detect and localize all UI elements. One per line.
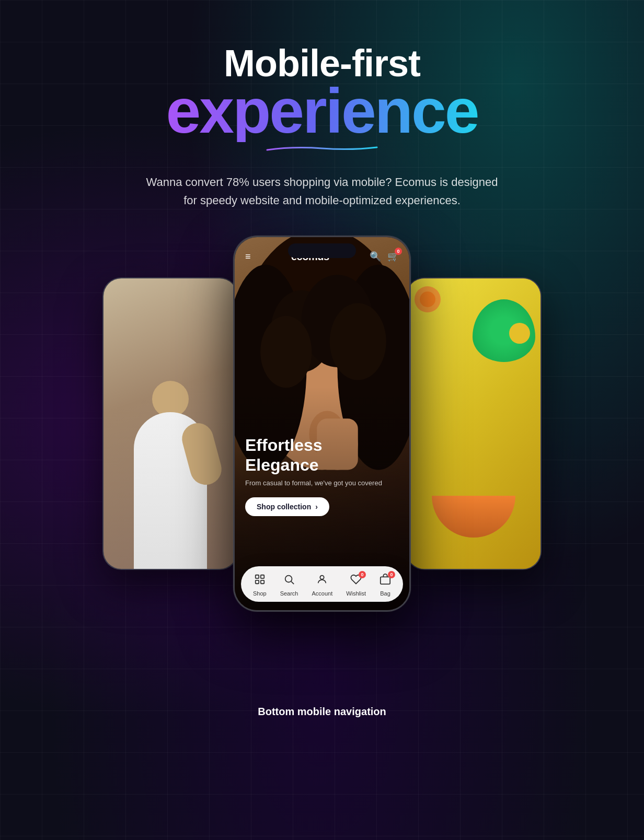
bag-icon: 0	[380, 574, 391, 588]
shop-icon	[254, 574, 266, 588]
svg-point-10	[330, 304, 386, 380]
cart-icon-container[interactable]: 🛒 0	[387, 251, 399, 262]
person-arm	[178, 420, 225, 488]
svg-rect-16	[256, 580, 259, 584]
phone-hero-title: Effortless Elegance	[245, 435, 399, 475]
phone-right	[406, 277, 542, 570]
phone-center: ≡ ecomus 🔍 🛒 0 Effortless Elegance From …	[233, 236, 411, 612]
phone-left-screen	[104, 278, 237, 569]
phone-left	[102, 277, 238, 570]
nav-item-account[interactable]: Account	[312, 574, 332, 597]
svg-point-9	[260, 316, 312, 388]
food-decoration-2	[507, 320, 533, 346]
phone-screen: ≡ ecomus 🔍 🛒 0 Effortless Elegance From …	[235, 237, 409, 610]
hero-title-line2: experience	[166, 79, 478, 142]
svg-rect-21	[381, 577, 390, 585]
nav-item-wishlist[interactable]: 0 Wishlist	[346, 574, 366, 597]
search-icon[interactable]: 🔍	[370, 251, 381, 262]
nav-account-label: Account	[312, 590, 332, 597]
wishlist-icon: 0	[350, 574, 362, 588]
person-shape	[134, 381, 207, 569]
nav-wishlist-label: Wishlist	[346, 590, 366, 597]
search-nav-icon	[283, 574, 295, 588]
cart-count-badge: 0	[395, 248, 402, 255]
nav-shop-label: Shop	[253, 590, 267, 597]
phone-hero-subtitle: From casual to formal, we've got you cov…	[245, 479, 399, 487]
underline-svg	[264, 145, 380, 152]
person-body	[134, 412, 207, 569]
phone-bottom-nav: Shop Search	[241, 566, 403, 602]
phone-scene: ≡ ecomus 🔍 🛒 0 Effortless Elegance From …	[87, 236, 557, 664]
shop-collection-button[interactable]: Shop collection ›	[245, 497, 329, 516]
svg-point-2	[509, 323, 530, 344]
svg-point-1	[420, 291, 435, 307]
food-decoration	[412, 284, 443, 315]
title-underline	[264, 145, 380, 152]
phone-hero-text: Effortless Elegance From casual to forma…	[245, 435, 399, 517]
cta-button-label: Shop collection	[257, 503, 311, 511]
nav-bag-label: Bag	[380, 590, 390, 597]
phone-notch	[288, 243, 356, 258]
svg-line-19	[291, 582, 294, 585]
bottom-navigation-label: Bottom mobile navigation	[258, 706, 386, 718]
account-icon	[316, 574, 328, 588]
nav-item-shop[interactable]: Shop	[253, 574, 267, 597]
hero-subtitle: Wanna convert 78% users shopping via mob…	[139, 173, 505, 209]
phone-top-icons: 🔍 🛒 0	[370, 251, 399, 262]
nav-search-label: Search	[280, 590, 298, 597]
svg-rect-14	[256, 575, 259, 578]
main-content: Mobile-first experience Wanna convert 78…	[0, 0, 644, 718]
menu-icon[interactable]: ≡	[245, 251, 251, 262]
bag-badge: 0	[388, 571, 395, 578]
svg-point-20	[320, 576, 324, 579]
svg-rect-17	[261, 580, 264, 584]
cta-arrow-icon: ›	[315, 503, 318, 511]
nav-item-bag[interactable]: 0 Bag	[380, 574, 391, 597]
svg-rect-15	[261, 575, 264, 578]
nav-item-search[interactable]: Search	[280, 574, 298, 597]
svg-point-18	[285, 576, 292, 582]
phone-right-screen	[407, 278, 540, 569]
wishlist-badge: 0	[359, 571, 366, 578]
